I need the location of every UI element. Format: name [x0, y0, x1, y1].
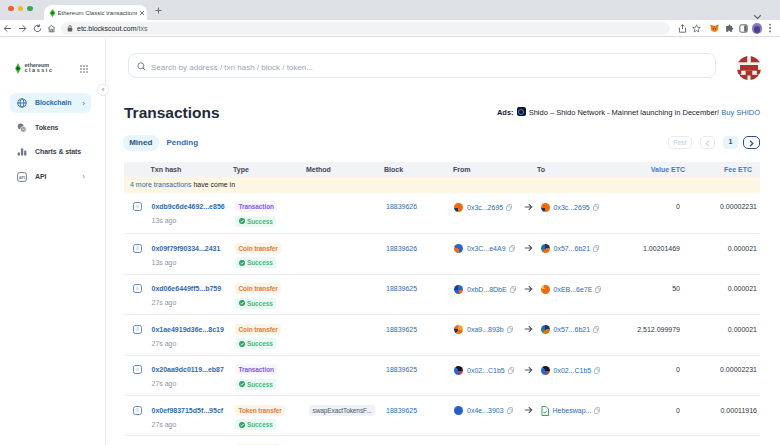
- svg-text:API: API: [19, 175, 25, 179]
